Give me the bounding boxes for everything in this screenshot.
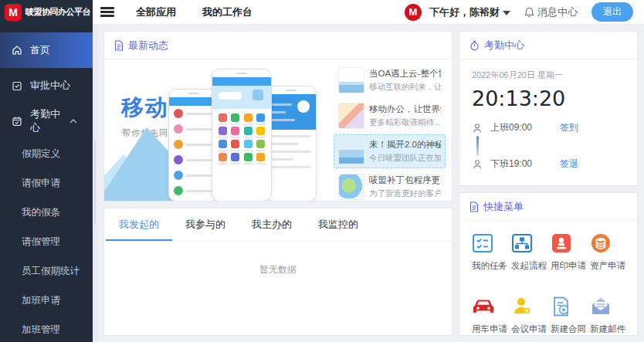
- news-item[interactable]: 唛盟补丁包程序更新 为了营造更好的客户体验，唛: [334, 170, 446, 204]
- document-icon: [469, 201, 479, 212]
- quick-item-label: 我的任务: [472, 260, 511, 272]
- check-out-link[interactable]: 签退: [560, 157, 578, 171]
- sidebar-item-label: 首页: [30, 43, 50, 57]
- user-avatar[interactable]: M: [405, 4, 422, 21]
- tab-participated-by-me[interactable]: 我参与的: [172, 208, 239, 241]
- bell-icon: [524, 7, 534, 18]
- quick-item-start-flow[interactable]: 发起流程: [511, 233, 551, 272]
- nav-all-apps[interactable]: 全部应用: [136, 5, 176, 19]
- quick-menu-grid: 我的任务 发起流程 用印申请 资产申请: [459, 221, 637, 335]
- sidebar-item-leave-management[interactable]: 请假管理: [0, 227, 93, 256]
- phone-mockup-right: [266, 86, 317, 201]
- quick-item-label: 用印申请: [551, 260, 590, 272]
- quick-item-asset-request[interactable]: 资产申请: [590, 233, 629, 272]
- sidebar-item-overtime-management[interactable]: 加班管理: [0, 315, 93, 342]
- quick-item-seal-request[interactable]: 用印申请: [551, 233, 590, 272]
- quick-item-meeting-request[interactable]: 会议申请: [511, 296, 551, 335]
- quick-item-label: 发起流程: [511, 260, 551, 272]
- attendance-header: 考勤中心: [459, 32, 637, 59]
- news-title: 唛盟补丁包程序更新: [369, 174, 441, 186]
- stamp-icon: [551, 233, 572, 253]
- news-item[interactable]: 移动办公，让世界触手可 更多精彩敬请期待.......: [334, 99, 446, 133]
- news-list: 当OA遇上云-整个协同OA 移动互联的到来，让OA与云 移动办公，让世界触手可 …: [334, 59, 452, 201]
- sidebar-item-label: 考勤中心: [30, 107, 69, 135]
- greeting-text: 下午好，陈裕财: [429, 6, 500, 18]
- calendar-icon: [12, 116, 22, 127]
- news-subtitle: 更多精彩敬请期待.......: [369, 117, 441, 128]
- quick-item-vehicle-request[interactable]: 用车申请: [472, 296, 511, 335]
- header-right: M 下午好，陈裕财 消息中心 退出: [405, 2, 644, 22]
- tab-monitored-by-me[interactable]: 我监控的: [305, 208, 371, 241]
- my-tasks-panel: 我发起的 我参与的 我主办的 我监控的 暂无数据: [103, 208, 452, 336]
- news-title: 移动办公，让世界触手可: [369, 103, 441, 115]
- attendance-clock: 20:13:20: [472, 86, 625, 110]
- news-title: 当OA遇上云-整个协同OA: [369, 68, 441, 80]
- quick-item-label: 会议申请: [511, 323, 551, 335]
- user-greeting[interactable]: 下午好，陈裕财: [429, 5, 510, 19]
- app-title: 唛盟协同办公平台: [25, 6, 90, 18]
- quick-item-label: 资产申请: [590, 260, 629, 272]
- top-header: M 唛盟协同办公平台 全部应用 我的工作台 M 下午好，陈裕财 消息中心 退出: [0, 0, 644, 25]
- news-thumbnail: [338, 138, 364, 164]
- brand-block: M 唛盟协同办公平台: [0, 0, 93, 25]
- phone-mockups: [167, 64, 329, 201]
- mail-icon: [590, 296, 612, 317]
- chevron-up-icon: [69, 119, 77, 124]
- news-item[interactable]: 当OA遇上云-整个协同OA 移动互联的到来，让OA与云: [334, 63, 446, 97]
- sidebar-item-label: 审批中心: [30, 79, 70, 93]
- sidebar-item-home[interactable]: 首页: [0, 32, 93, 68]
- quick-item-new-contract[interactable]: 新建合同: [551, 296, 590, 335]
- logout-button[interactable]: 退出: [591, 2, 633, 22]
- quick-menu-panel: 快捷菜单 我的任务 发起流程 用印申请: [459, 192, 638, 336]
- person-icon: [472, 123, 483, 134]
- panel-title: 快捷菜单: [483, 200, 524, 214]
- scrollbar-thumb[interactable]: [93, 141, 97, 225]
- clipboard-icon: [12, 80, 22, 91]
- panel-title: 考勤中心: [484, 39, 524, 52]
- news-subtitle: 为了营造更好的客户体验，唛: [369, 188, 441, 199]
- meeting-icon: [511, 296, 533, 317]
- task-tabs: 我发起的 我参与的 我主办的 我监控的: [104, 208, 452, 242]
- quick-item-label: 新建合同: [551, 323, 590, 335]
- sidebar: 首页 审批中心 考勤中心 假期定义 请假申请 我的假条 请假管理 员工假期统计 …: [0, 25, 93, 342]
- top-nav: 全部应用 我的工作台: [136, 5, 253, 19]
- latest-news-panel: 最新动态 移动办公 帮你领先同行 把工作带出办公室: [103, 31, 452, 201]
- nav-my-workbench[interactable]: 我的工作台: [202, 5, 253, 19]
- promo-banner[interactable]: 移动办公 帮你领先同行 把工作带出办公室: [104, 59, 334, 201]
- quick-item-my-tasks[interactable]: 我的任务: [472, 233, 511, 272]
- quick-item-new-mail[interactable]: 新建邮件: [590, 296, 629, 335]
- tab-hosted-by-me[interactable]: 我主办的: [239, 208, 305, 241]
- tab-initiated-by-me[interactable]: 我发起的: [106, 208, 172, 241]
- panel-title: 最新动态: [128, 39, 168, 52]
- check-out-row: 下班19:00 签退: [472, 157, 625, 171]
- car-icon: [472, 296, 495, 317]
- news-thumbnail: [338, 103, 364, 129]
- news-subtitle: 移动互联的到来，让OA与云: [369, 82, 441, 93]
- sidebar-item-holiday-definition[interactable]: 假期定义: [0, 139, 93, 168]
- news-item-active[interactable]: 来！揭开2.0的神秘面纱- 今日唛盟团队正在加班加点，: [334, 134, 446, 168]
- stopwatch-icon: [469, 40, 480, 51]
- sidebar-scrollbar[interactable]: [93, 25, 97, 342]
- quick-menu-header: 快捷菜单: [459, 193, 637, 221]
- attendance-date: 2022年06月20日 星期一: [472, 69, 625, 81]
- sidebar-item-employee-holiday-stats[interactable]: 员工假期统计: [0, 256, 93, 286]
- sidebar-item-attendance-center[interactable]: 考勤中心: [0, 103, 93, 139]
- message-center-label: 消息中心: [537, 5, 578, 19]
- home-icon: [12, 45, 22, 56]
- news-thumbnail: [338, 174, 364, 200]
- news-thumbnail: [338, 67, 364, 93]
- sidebar-item-my-leave-slips[interactable]: 我的假条: [0, 198, 93, 227]
- check-in-label: 上班09:00: [490, 121, 532, 134]
- person-icon: [472, 159, 483, 170]
- contract-icon: [551, 296, 572, 317]
- sidebar-item-leave-request[interactable]: 请假申请: [0, 168, 93, 198]
- flow-icon: [511, 233, 533, 253]
- check-in-row: 上班09:00 签到: [472, 121, 625, 134]
- sidebar-item-approval-center[interactable]: 审批中心: [0, 68, 93, 103]
- app-logo: M: [5, 4, 22, 21]
- check-in-link[interactable]: 签到: [560, 121, 578, 134]
- latest-news-header: 最新动态: [104, 32, 452, 59]
- menu-toggle-icon[interactable]: [100, 7, 114, 17]
- message-center[interactable]: 消息中心: [524, 5, 578, 19]
- sidebar-item-overtime-request[interactable]: 加班申请: [0, 286, 93, 315]
